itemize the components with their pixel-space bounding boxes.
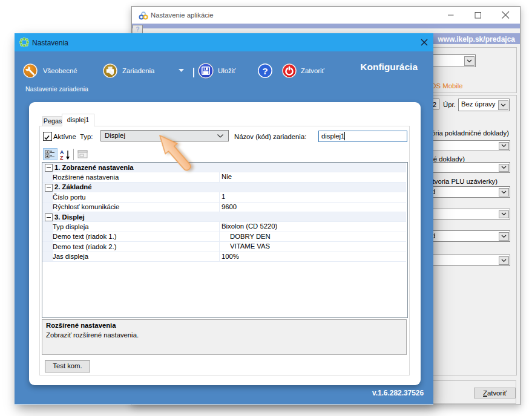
svg-text:?: ? <box>262 66 268 76</box>
svg-text:Z: Z <box>60 155 64 160</box>
